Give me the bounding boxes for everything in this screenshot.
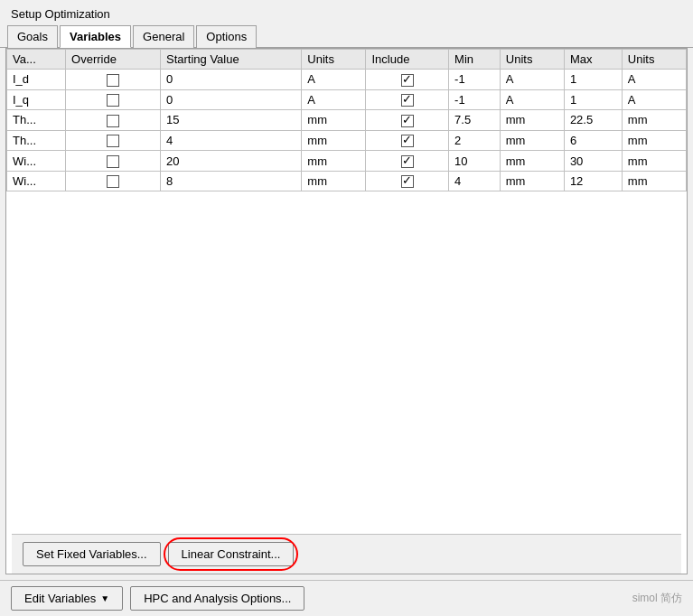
cell-override[interactable] (66, 89, 161, 110)
cell-min: 7.5 (449, 110, 501, 131)
col-header-max: Max (564, 50, 622, 70)
unchecked-checkbox[interactable] (107, 175, 119, 188)
col-header-units3: Units (622, 50, 686, 70)
table-row: Wi...8mm4mm12mm (7, 171, 687, 191)
tab-variables[interactable]: Variables (60, 25, 131, 48)
col-header-min: Min (449, 50, 501, 70)
table-row: Th...4mm2mm6mm (7, 130, 687, 151)
col-header-units2: Units (500, 50, 564, 70)
cell-override[interactable] (66, 171, 161, 191)
tab-general[interactable]: General (133, 25, 194, 48)
table-row: I_d0A-1A1A (7, 70, 687, 90)
cell-units3: mm (622, 151, 686, 172)
footer-bar: Edit Variables ▼ HPC and Analysis Option… (0, 580, 693, 616)
cell-starting-value: 0 (160, 89, 301, 110)
cell-units2: A (500, 89, 564, 110)
cell-override[interactable] (66, 70, 161, 90)
cell-override[interactable] (66, 110, 161, 131)
col-header-var: Va... (7, 50, 66, 70)
cell-starting-value: 4 (160, 130, 301, 151)
cell-var: Wi... (7, 151, 66, 172)
cell-units3: A (622, 89, 686, 110)
cell-max: 1 (564, 89, 622, 110)
cell-units2: mm (500, 130, 564, 151)
cell-units3: mm (622, 130, 686, 151)
cell-include[interactable] (366, 151, 449, 172)
dropdown-arrow-icon: ▼ (100, 593, 109, 603)
col-header-include: Include (366, 50, 449, 70)
cell-units2: mm (500, 110, 564, 131)
cell-include[interactable] (366, 171, 449, 191)
unchecked-checkbox[interactable] (107, 135, 119, 147)
col-header-starting-value: Starting Value (160, 50, 301, 70)
cell-include[interactable] (366, 70, 449, 90)
cell-min: -1 (449, 89, 501, 110)
cell-max: 22.5 (564, 110, 622, 131)
checked-checkbox[interactable] (401, 115, 414, 127)
cell-units1: mm (302, 110, 366, 131)
checked-checkbox[interactable] (401, 155, 414, 168)
cell-var: I_d (7, 70, 66, 90)
col-header-units1: Units (302, 50, 366, 70)
cell-starting-value: 8 (160, 171, 301, 191)
cell-max: 12 (564, 171, 622, 191)
cell-units1: mm (302, 151, 366, 172)
cell-min: 10 (449, 151, 501, 172)
cell-min: 2 (449, 130, 501, 151)
cell-units3: mm (622, 110, 686, 131)
table-row: Wi...20mm10mm30mm (7, 151, 687, 172)
hpc-analysis-options-button[interactable]: HPC and Analysis Options... (130, 586, 304, 611)
unchecked-checkbox[interactable] (107, 74, 119, 87)
setup-optimization-window: Setup Optimization Goals Variables Gener… (0, 0, 693, 616)
edit-variables-button[interactable]: Edit Variables ▼ (11, 586, 123, 611)
cell-var: Wi... (7, 171, 66, 191)
cell-min: -1 (449, 70, 501, 90)
cell-var: I_q (7, 89, 66, 110)
checked-checkbox[interactable] (401, 135, 414, 147)
cell-units2: mm (500, 151, 564, 172)
cell-starting-value: 15 (160, 110, 301, 131)
bottom-buttons-bar: Set Fixed Variables... Linear Constraint… (12, 534, 681, 574)
variables-table: Va... Override Starting Value Units Incl… (6, 49, 687, 191)
cell-units2: A (500, 70, 564, 90)
window-title: Setup Optimization (0, 0, 693, 24)
cell-var: Th... (7, 110, 66, 131)
cell-max: 30 (564, 151, 622, 172)
checked-checkbox[interactable] (401, 94, 414, 107)
cell-override[interactable] (66, 151, 161, 172)
table-row: Th...15mm7.5mm22.5mm (7, 110, 687, 131)
cell-include[interactable] (366, 110, 449, 131)
title-text: Setup Optimization (11, 7, 110, 21)
cell-units1: mm (302, 130, 366, 151)
cell-max: 6 (564, 130, 622, 151)
cell-units1: mm (302, 171, 366, 191)
cell-override[interactable] (66, 130, 161, 151)
cell-min: 4 (449, 171, 501, 191)
tab-bar: Goals Variables General Options (0, 24, 693, 48)
col-header-override: Override (66, 50, 161, 70)
footer-left-buttons: Edit Variables ▼ HPC and Analysis Option… (11, 586, 304, 611)
cell-starting-value: 0 (160, 70, 301, 90)
unchecked-checkbox[interactable] (107, 155, 119, 168)
cell-include[interactable] (366, 89, 449, 110)
cell-max: 1 (564, 70, 622, 90)
cell-units3: mm (622, 171, 686, 191)
cell-units3: A (622, 70, 686, 90)
cell-units2: mm (500, 171, 564, 191)
set-fixed-variables-button[interactable]: Set Fixed Variables... (23, 542, 161, 566)
cell-var: Th... (7, 130, 66, 151)
brand-label: simol 简仿 (632, 591, 682, 606)
tab-variables-content: Va... Override Starting Value Units Incl… (5, 48, 688, 574)
cell-include[interactable] (366, 130, 449, 151)
cell-units1: A (302, 70, 366, 90)
checked-checkbox[interactable] (401, 74, 414, 87)
table-row: I_q0A-1A1A (7, 89, 687, 110)
unchecked-checkbox[interactable] (107, 94, 119, 107)
unchecked-checkbox[interactable] (107, 115, 119, 127)
linear-constraint-button[interactable]: Linear Constraint... (168, 542, 295, 566)
variables-table-container: Va... Override Starting Value Units Incl… (6, 49, 687, 534)
checked-checkbox[interactable] (401, 175, 414, 188)
tab-goals[interactable]: Goals (7, 25, 58, 48)
tab-options[interactable]: Options (196, 25, 257, 48)
cell-starting-value: 20 (160, 151, 301, 172)
